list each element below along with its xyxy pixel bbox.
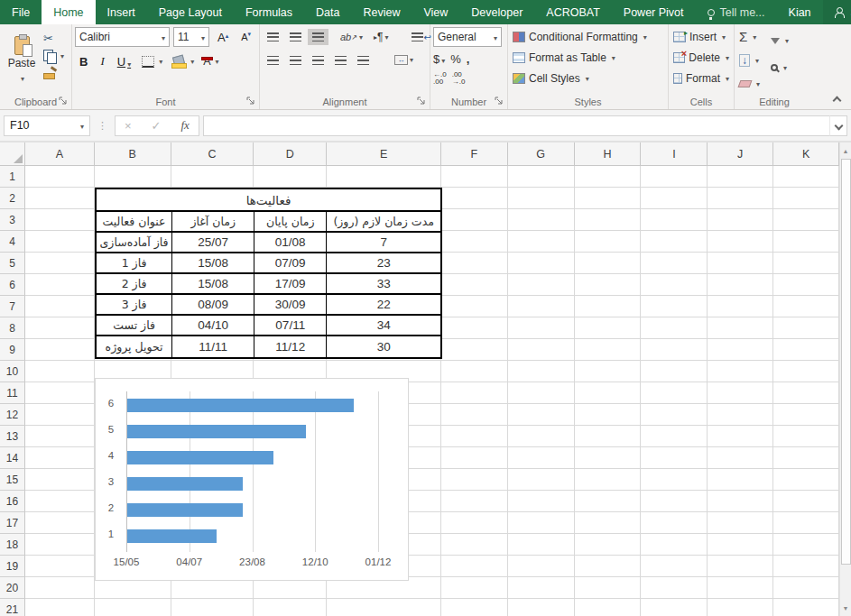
sort-filter-button[interactable] — [769, 31, 791, 51]
cell-K14[interactable] — [773, 447, 839, 469]
delete-cells-button[interactable]: Delete — [671, 48, 731, 68]
tab-home[interactable]: Home — [42, 0, 95, 24]
clear-button[interactable] — [737, 74, 762, 94]
cell-A18[interactable] — [25, 534, 95, 556]
cell-J14[interactable] — [708, 447, 773, 469]
cell-G15[interactable] — [508, 469, 575, 491]
cell-K3[interactable] — [773, 209, 839, 231]
cell-G18[interactable] — [508, 534, 575, 556]
cell-I10[interactable] — [641, 361, 708, 382]
decrease-font-button[interactable]: A▾ — [236, 30, 255, 44]
table-cell[interactable]: 08/09 — [172, 295, 254, 314]
cell-I2[interactable] — [641, 188, 708, 209]
cell-F21[interactable] — [441, 599, 508, 616]
column-header-E[interactable]: E — [327, 143, 441, 166]
cell-I8[interactable] — [641, 317, 708, 339]
select-all-corner[interactable] — [0, 143, 25, 166]
cell-G3[interactable] — [508, 209, 575, 231]
row-header-4[interactable]: 4 — [0, 231, 25, 253]
alignment-dialog-launcher[interactable] — [417, 97, 426, 106]
table-cell[interactable]: 30 — [327, 336, 440, 357]
cell-H4[interactable] — [575, 231, 642, 253]
decrease-decimal-button[interactable]: .00→.0 — [452, 71, 466, 86]
table-cell[interactable]: 04/10 — [172, 316, 254, 335]
cell-I6[interactable] — [641, 274, 708, 296]
table-header-cell[interactable]: زمان آغاز — [172, 212, 254, 231]
vertical-scrollbar[interactable]: ▲ ▼ — [839, 143, 851, 616]
cell-G16[interactable] — [508, 491, 575, 512]
cell-F12[interactable] — [441, 404, 508, 426]
cell-K11[interactable] — [773, 382, 839, 404]
align-left-button[interactable] — [263, 52, 283, 69]
cell-J2[interactable] — [708, 188, 773, 209]
cell-K4[interactable] — [773, 231, 839, 253]
cell-G12[interactable] — [508, 404, 575, 426]
font-color-button[interactable]: A — [200, 56, 221, 68]
clipboard-dialog-launcher[interactable] — [59, 97, 68, 106]
cell-G20[interactable] — [508, 577, 575, 599]
tab-data[interactable]: Data — [304, 0, 351, 24]
underline-button[interactable]: U — [113, 53, 135, 70]
row-header-14[interactable]: 14 — [0, 447, 25, 469]
cell-G5[interactable] — [508, 253, 575, 274]
borders-button[interactable] — [139, 55, 165, 69]
cell-G4[interactable] — [508, 231, 575, 253]
font-family-select[interactable]: Calibri — [75, 27, 170, 47]
cell-A1[interactable] — [25, 166, 95, 188]
cell-G1[interactable] — [508, 166, 575, 188]
row-header-11[interactable]: 11 — [0, 382, 25, 404]
cell-K18[interactable] — [773, 534, 839, 556]
cell-J6[interactable] — [708, 274, 773, 296]
cell-I20[interactable] — [641, 577, 708, 599]
tab-developer[interactable]: Developer — [459, 0, 534, 24]
row-header-18[interactable]: 18 — [0, 534, 25, 556]
cell-G21[interactable] — [508, 599, 575, 616]
copy-button[interactable] — [41, 49, 67, 63]
tab-review[interactable]: Review — [351, 0, 412, 24]
cell-K13[interactable] — [773, 426, 839, 447]
cell-J11[interactable] — [708, 382, 773, 404]
cell-A13[interactable] — [25, 426, 95, 447]
cell-G11[interactable] — [508, 382, 575, 404]
cell-H5[interactable] — [575, 253, 642, 274]
cell-J10[interactable] — [708, 361, 773, 382]
font-dialog-launcher[interactable] — [246, 97, 255, 106]
bold-button[interactable]: B — [75, 53, 92, 70]
table-header-cell[interactable]: عنوان فعالیت — [97, 212, 172, 231]
cancel-button[interactable]: × — [125, 119, 132, 133]
cell-F17[interactable] — [441, 512, 508, 534]
orientation-button[interactable]: ab↗ — [336, 28, 367, 46]
cell-H3[interactable] — [575, 209, 642, 231]
cell-A16[interactable] — [25, 491, 95, 512]
cell-J12[interactable] — [708, 404, 773, 426]
cell-C1[interactable] — [171, 166, 254, 188]
fill-button[interactable]: ↓ — [737, 51, 762, 70]
comma-style-button[interactable]: , — [467, 52, 470, 66]
cell-H20[interactable] — [575, 577, 642, 599]
cell-J18[interactable] — [708, 534, 773, 556]
find-select-button[interactable] — [769, 58, 791, 78]
cell-A15[interactable] — [25, 469, 95, 491]
table-title-cell[interactable]: فعالیت‌ها — [97, 189, 440, 212]
cell-K10[interactable] — [773, 361, 839, 382]
cell-G14[interactable] — [508, 447, 575, 469]
cell-G8[interactable] — [508, 317, 575, 339]
cell-H7[interactable] — [575, 296, 642, 317]
table-cell[interactable]: 07/11 — [254, 316, 327, 335]
cell-H18[interactable] — [575, 534, 642, 556]
cell-K1[interactable] — [773, 166, 839, 188]
chart-bar[interactable] — [127, 529, 217, 543]
fill-color-button[interactable] — [169, 54, 197, 69]
row-header-21[interactable]: 21 — [0, 599, 25, 616]
column-header-G[interactable]: G — [508, 143, 575, 166]
cell-F18[interactable] — [441, 534, 508, 556]
table-cell[interactable]: 33 — [327, 274, 440, 293]
tab-power-pivot[interactable]: Power Pivot — [612, 0, 696, 24]
cell-F7[interactable] — [441, 296, 508, 317]
cell-J7[interactable] — [708, 296, 773, 317]
row-header-10[interactable]: 10 — [0, 361, 25, 382]
insert-cells-button[interactable]: Insert — [671, 27, 731, 47]
tab-file[interactable]: File — [0, 0, 42, 24]
cell-F9[interactable] — [441, 339, 508, 361]
cell-I17[interactable] — [641, 512, 708, 534]
